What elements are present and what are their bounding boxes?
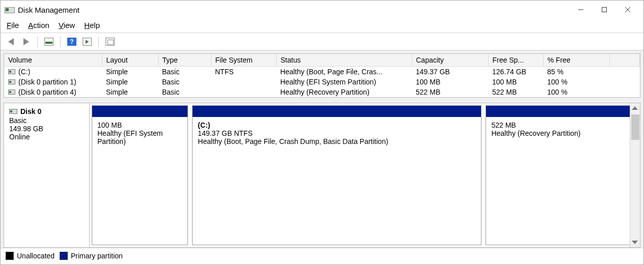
partition-status: Healthy (Boot, Page File, Crash Dump, Ba… xyxy=(198,137,476,145)
partition[interactable]: 522 MBHealthy (Recovery Partition) xyxy=(486,105,636,245)
toolbar-separator xyxy=(60,36,61,47)
disk-graphical-view: Disk 0 Basic 149.98 GB Online 100 MBHeal… xyxy=(4,103,640,248)
maximize-button[interactable] xyxy=(593,2,616,18)
partition-size: 522 MB xyxy=(491,121,630,129)
disk-info[interactable]: Disk 0 Basic 149.98 GB Online xyxy=(4,103,90,247)
table-row[interactable]: (C:)SimpleBasicNTFSHealthy (Boot, Page F… xyxy=(4,67,640,77)
menu-file[interactable]: File xyxy=(7,21,19,30)
cell-volume: (Disk 0 partition 1) xyxy=(4,77,102,87)
menu-action-rest: ction xyxy=(33,21,49,30)
cell-layout: Simple xyxy=(102,77,158,87)
cell-fs: NTFS xyxy=(211,67,276,77)
table-row[interactable]: (Disk 0 partition 4)SimpleBasicHealthy (… xyxy=(4,87,640,97)
minimize-button[interactable] xyxy=(569,2,593,18)
cell-capacity: 522 MB xyxy=(412,87,488,97)
col-spacer xyxy=(609,54,640,67)
nav-forward-button[interactable] xyxy=(20,36,32,48)
menubar: File Action View Help xyxy=(1,19,643,33)
play-icon xyxy=(83,38,92,46)
partition-body: 522 MBHealthy (Recovery Partition) xyxy=(486,117,635,245)
toolbar-separator xyxy=(98,36,99,47)
partition[interactable]: (C:)149.37 GB NTFSHealthy (Boot, Page Fi… xyxy=(192,105,481,245)
nav-back-button[interactable] xyxy=(5,36,17,48)
swatch-unallocated xyxy=(6,252,14,260)
col-capacity[interactable]: Capacity xyxy=(412,54,488,67)
cell-pctfree: 100 % xyxy=(543,87,609,97)
cell-volume: (Disk 0 partition 4) xyxy=(4,87,102,97)
cell-status: Healthy (Boot, Page File, Cras... xyxy=(276,67,412,77)
refresh-button[interactable] xyxy=(81,36,93,48)
cell-free: 522 MB xyxy=(488,87,543,97)
legend-primary: Primary partition xyxy=(60,252,123,260)
disk-state: Online xyxy=(9,133,84,141)
partition-size: 100 MB xyxy=(97,121,182,129)
partition-bar xyxy=(486,106,635,117)
cell-type: Basic xyxy=(158,87,211,97)
col-layout[interactable]: Layout xyxy=(102,54,158,67)
disk-name: Disk 0 xyxy=(9,107,84,115)
cell-free: 126.74 GB xyxy=(488,67,543,77)
window-title: Disk Management xyxy=(18,6,79,14)
splitter[interactable] xyxy=(4,98,640,103)
volume-icon xyxy=(8,79,15,84)
properties-button[interactable] xyxy=(104,36,116,48)
legend-unallocated: Unallocated xyxy=(6,252,55,260)
col-filesystem[interactable]: File System xyxy=(211,54,276,67)
menu-file-rest: ile xyxy=(11,21,19,30)
menu-view[interactable]: View xyxy=(59,21,75,30)
partition-body: 100 MBHealthy (EFI System Partition) xyxy=(92,117,187,245)
scroll-down-icon xyxy=(632,241,638,244)
menu-help[interactable]: Help xyxy=(84,21,100,30)
disk-icon xyxy=(9,109,17,114)
partition-body: (C:)149.37 GB NTFSHealthy (Boot, Page Fi… xyxy=(193,117,481,245)
titlebar: Disk Management xyxy=(1,1,643,19)
content-area: Volume Layout Type File System Status Ca… xyxy=(1,50,643,248)
disk-name-text: Disk 0 xyxy=(20,107,41,115)
arrow-left-icon xyxy=(8,38,14,45)
partition-status: Healthy (EFI System Partition) xyxy=(97,129,182,145)
vertical-scrollbar[interactable] xyxy=(630,103,640,247)
menu-view-rest: iew xyxy=(64,21,75,30)
swatch-primary xyxy=(60,252,68,260)
cell-status: Healthy (Recovery Partition) xyxy=(276,87,412,97)
menu-action[interactable]: Action xyxy=(28,21,49,30)
partition-name: (C:) xyxy=(198,121,476,129)
help-button[interactable]: ? xyxy=(66,36,78,48)
cell-pctfree: 85 % xyxy=(543,67,609,77)
help-icon: ? xyxy=(67,38,76,46)
cell-free: 100 MB xyxy=(488,77,543,87)
properties-icon xyxy=(105,38,115,46)
volume-list: Volume Layout Type File System Status Ca… xyxy=(4,53,640,98)
partition-size: 149.37 GB NTFS xyxy=(198,129,476,137)
disk-capacity: 149.98 GB xyxy=(9,125,84,133)
table-header-row: Volume Layout Type File System Status Ca… xyxy=(4,54,640,67)
partition-bar xyxy=(92,106,187,117)
show-hide-tree-button[interactable] xyxy=(43,36,55,48)
volume-table: Volume Layout Type File System Status Ca… xyxy=(4,54,640,97)
panel-icon xyxy=(44,38,53,46)
toolbar: ? xyxy=(1,33,643,50)
svg-rect-1 xyxy=(602,8,607,12)
scroll-thumb[interactable] xyxy=(631,114,639,140)
partition-status: Healthy (Recovery Partition) xyxy=(491,129,630,137)
col-pctfree[interactable]: % Free xyxy=(543,54,609,67)
col-type[interactable]: Type xyxy=(158,54,211,67)
arrow-right-icon xyxy=(23,38,29,45)
menu-help-rest: elp xyxy=(90,21,100,30)
cell-layout: Simple xyxy=(102,87,158,97)
toolbar-separator xyxy=(37,36,38,47)
cell-type: Basic xyxy=(158,67,211,77)
partitions-container: 100 MBHealthy (EFI System Partition)(C:)… xyxy=(90,103,630,247)
cell-volume: (C:) xyxy=(4,67,102,77)
legend-primary-label: Primary partition xyxy=(71,252,123,260)
disk-type: Basic xyxy=(9,116,84,125)
close-button[interactable] xyxy=(616,2,639,18)
legend: Unallocated Primary partition xyxy=(1,248,643,263)
col-volume[interactable]: Volume xyxy=(4,54,102,67)
table-row[interactable]: (Disk 0 partition 1)SimpleBasicHealthy (… xyxy=(4,77,640,87)
col-free[interactable]: Free Sp... xyxy=(488,54,543,67)
col-status[interactable]: Status xyxy=(276,54,412,67)
scroll-up-icon xyxy=(632,106,638,110)
cell-capacity: 149.37 GB xyxy=(412,67,488,77)
partition[interactable]: 100 MBHealthy (EFI System Partition) xyxy=(92,105,188,245)
